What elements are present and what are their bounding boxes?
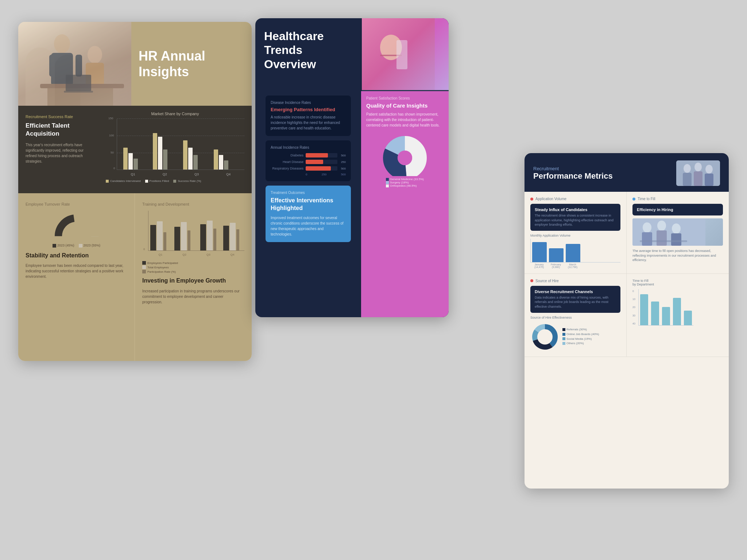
healthcare-trends-slide: HealthcareTrendsOverview [255,18,449,317]
source-label: Source of Hire [535,279,559,283]
ttf-dot [632,198,635,201]
source-dot [530,279,533,282]
health-patient-sat-section: Patient Satisfaction Scores Quality of C… [366,96,444,128]
source-legend: Referrals (30%) Online Job Boards (40%) … [562,327,599,346]
svg-point-13 [58,218,95,240]
svg-rect-4 [76,55,82,77]
health-disease-highlight: Emerging Patterns Identified [271,107,346,112]
health-incidence-section: Annual Incidence Rates Diabetes 500 Hear… [266,140,351,181]
incidence-bar-diabetes-fill [306,153,328,158]
svg-point-21 [398,151,412,165]
health-patient-label: Patient Satisfaction Scores [366,96,444,100]
incidence-row-heart: Heart Disease 250 [271,160,346,164]
ttf-card-title: Efficiency in Hiring [637,207,719,212]
svg-rect-33 [657,230,667,246]
incidence-bar-diabetes-bg [306,153,337,158]
incidence-row-resp: Respiratory Diseases 500 [271,166,346,171]
metric-source-hire: Source of Hire Diverse Recruitment Chann… [525,274,627,357]
source-card-title: Diverse Recruitment Channels [535,289,616,294]
svg-point-23 [684,164,691,173]
hr-turnover-chart [51,211,102,240]
metric-app-volume: Application Volume Steady Influx of Cand… [525,192,627,274]
svg-rect-10 [64,91,93,93]
hr-recruitment-title: Efficient Talent Acquisition [26,122,91,138]
ttf-bar-4 [673,298,681,325]
svg-rect-9 [66,75,91,91]
health-incidence-title: Annual Incidence Rates [271,145,346,149]
svg-rect-3 [49,55,56,77]
metric-source-label-row: Source of Hire [530,279,620,283]
app-volume-card-body: The recruitment drive shows a consistent… [535,213,616,227]
incidence-bar-heart-bg [306,160,337,164]
ttf-bar-3 [662,307,670,325]
app-vol-bar-labels: January (14,470) February (9,980) March … [530,263,620,268]
turnover-legend-b: 2023 (55%) [84,244,101,247]
ttf-dept-label: Time to Fillby Department [632,279,723,286]
hr-turnover-label: Employee Turnover Rate [26,202,127,206]
source-card-body: Data indicates a diverse mix of hiring s… [535,295,616,309]
hr-training-section: Training and Development [135,193,252,361]
hr-training-title: Investing in Employee Growth [142,277,244,285]
incidence-label-diabetes: Diabetes [271,153,303,157]
app-volume-card-title: Steady Influx of Candidates [535,207,616,212]
app-volume-dot [530,198,533,201]
app-volume-card: Steady Influx of Candidates The recruitm… [530,204,620,231]
app-vol-bars [530,239,620,262]
health-content-area: Disease Incidence Rates Emerging Pattern… [255,91,449,317]
incidence-row-diabetes: Diabetes 500 [271,153,346,158]
health-patient-body: Patient satisfaction has shown improveme… [366,112,444,128]
incidence-bar-resp-fill [306,166,331,171]
metric-app-label-row: Application Volume [530,197,620,201]
ttf-bar-2 [651,302,659,325]
ttf-y-axis: 403020100 [632,289,635,326]
ttf-dept-chart: 403020100 [632,289,723,326]
svg-point-25 [694,163,702,171]
app-vol-bar-mar [566,244,580,262]
recruit-header: Recruitment Performance Metrics [525,153,729,192]
ttf-bar-1 [640,294,648,325]
recruit-header-title: Performance Metrics [533,171,613,181]
ttf-label: Time to Fill [638,197,655,201]
health-treatment-title: Effective Interventions Highlighted [271,197,346,212]
recruit-header-label: Recruitment [533,166,613,171]
health-patient-title: Quality of Care Insights [366,102,444,109]
hr-chart-legend: Candidates Interviewed Positions Filled … [106,179,244,183]
svg-point-30 [643,222,651,233]
svg-point-1 [54,34,70,53]
health-left-col: Disease Incidence Rates Emerging Pattern… [255,91,361,317]
health-pie-chart [376,132,434,176]
metric-time-to-fill: Time to Fill Efficiency in Hiring The [627,192,729,274]
health-treatment-section: Treatment Outcomes Effective Interventio… [266,186,351,242]
health-disease-label: Disease Incidence Rates [271,101,346,105]
recruit-photo-svg [676,160,720,186]
svg-point-27 [705,165,713,174]
incidence-bar-heart-fill [306,160,323,164]
hr-turnover-section: Employee Turnover Rate 2023 (45%) [18,193,135,361]
hr-slide-title: HR Annual Insights [139,48,244,79]
hr-chart-title: Market Share by Company [106,112,244,116]
svg-point-32 [657,221,666,231]
app-volume-label: Application Volume [535,197,566,201]
metric-ttf-dept: Time to Fillby Department 403020100 [627,274,729,357]
health-title-area: HealthcareTrendsOverview [255,18,362,91]
hr-top-section: HR Annual Insights [18,22,252,106]
hr-turnover-body: Employee turnover has been reduced compa… [26,263,127,279]
hr-recruitment-section: Recruitment Success Rate Efficient Talen… [18,106,252,193]
source-card: Diverse Recruitment Channels Data indica… [530,286,620,313]
metric-ttf-label-row: Time to Fill [632,197,723,201]
health-top-section: HealthcareTrendsOverview [255,18,449,91]
svg-point-5 [88,46,102,63]
hr-photo [18,22,131,106]
svg-rect-24 [683,173,692,186]
svg-point-41 [540,332,550,342]
efficiency-photo-svg [632,218,723,246]
hr-training-label: Training and Development [142,202,244,206]
ttf-dept-bars [638,289,693,326]
app-vol-bar-jan [532,242,547,262]
health-right-col: Patient Satisfaction Scores Quality of C… [361,91,449,317]
svg-rect-35 [671,233,681,246]
hr-title-box: HR Annual Insights [131,22,252,106]
hr-bar-chart-area: Market Share by Company 150 100 50 0 [98,106,252,193]
source-chart-label: Source of Hire Effectiveness [530,316,620,319]
hr-bottom-section: Employee Turnover Rate 2023 (45%) [18,193,252,361]
